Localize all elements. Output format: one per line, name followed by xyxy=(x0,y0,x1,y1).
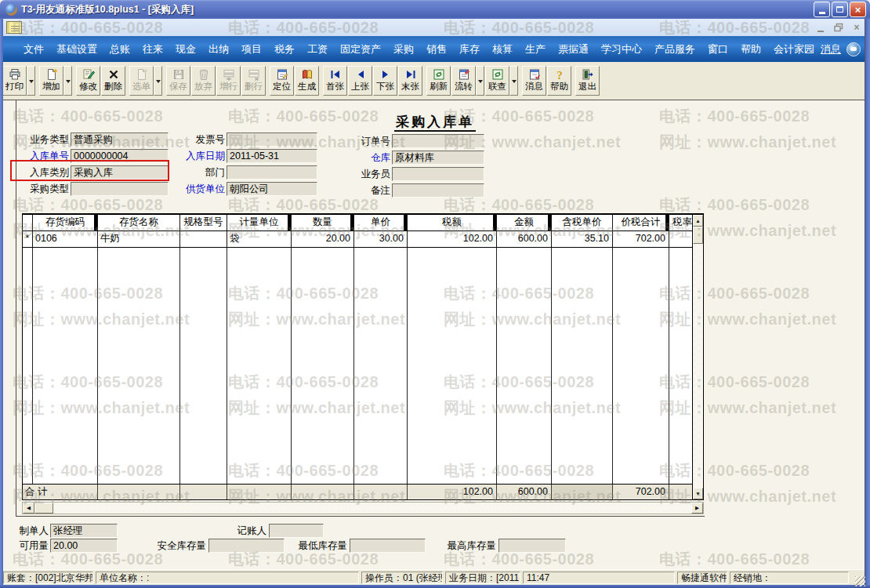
resize-grip[interactable] xyxy=(855,576,865,586)
grid-header-11[interactable]: 税率 xyxy=(669,215,692,230)
horizontal-scroll-thumb[interactable] xyxy=(34,503,53,514)
grid-cell-r0-c5[interactable]: 20.00 xyxy=(292,231,354,247)
toolbar-dropdown-print[interactable] xyxy=(27,66,35,96)
menu-item-16[interactable]: 学习中心 xyxy=(595,36,648,62)
menu-item-19[interactable]: 帮助 xyxy=(734,36,767,62)
field-ddh[interactable] xyxy=(392,134,484,148)
minimize-button[interactable] xyxy=(814,2,830,17)
scroll-left-button[interactable]: ◀ xyxy=(23,503,34,514)
menu-item-12[interactable]: 库存 xyxy=(453,36,486,62)
toolbar-button-delete[interactable]: 删除 xyxy=(101,66,125,96)
scroll-up-button[interactable]: ▲ xyxy=(693,215,703,227)
grid-header-9[interactable]: 含税单价 xyxy=(552,215,613,230)
grid-header-6[interactable]: 单价 xyxy=(354,215,408,230)
toolbar-button-last-bill[interactable]: 末张 xyxy=(398,66,422,96)
menu-item-13[interactable]: 核算 xyxy=(486,36,519,62)
mdi-minimize-button[interactable] xyxy=(815,23,826,32)
footer-field-zdkcl[interactable] xyxy=(350,539,426,553)
field-ghdw[interactable]: 朝阳公司 xyxy=(227,182,317,196)
toolbar-button-generate[interactable]: 生成 xyxy=(295,66,319,96)
menu-item-5[interactable]: 出纳 xyxy=(202,36,235,62)
menu-item-18[interactable]: 窗口 xyxy=(701,36,734,62)
toolbar-button-print[interactable]: 打印 xyxy=(2,66,27,96)
grid-cell-r0-c9[interactable]: 35.10 xyxy=(552,231,613,247)
field-rkrq[interactable]: 2011-05-31 xyxy=(227,149,317,163)
menu-item-15[interactable]: 票据通 xyxy=(552,36,595,62)
field-rklb[interactable]: 采购入库 xyxy=(71,165,169,180)
toolbar-button-locate[interactable]: 定位 xyxy=(270,66,294,96)
field-ywy[interactable] xyxy=(392,167,484,181)
grid-header-3[interactable]: 规格型号 xyxy=(180,215,227,230)
menu-item-8[interactable]: 工资 xyxy=(301,36,334,62)
grid-header-7[interactable]: 税额 xyxy=(408,215,497,230)
footer-field-jzr[interactable] xyxy=(269,524,324,538)
menu-item-17[interactable]: 产品服务 xyxy=(648,36,701,62)
close-button[interactable]: × xyxy=(850,2,866,17)
menu-item-10[interactable]: 采购 xyxy=(387,36,420,62)
grid-header-8[interactable]: 金额 xyxy=(497,215,552,230)
toolbar-button-flow[interactable]: 流转 xyxy=(451,66,476,96)
menu-item-3[interactable]: 往来 xyxy=(136,36,169,62)
footer-field-label-zdkcl: 最低库存量 xyxy=(281,539,347,553)
toolbar-dropdown-add[interactable] xyxy=(63,66,72,96)
grid-cell-r0-c2[interactable]: 牛奶 xyxy=(98,231,180,247)
field-rkdh[interactable]: 0000000004 xyxy=(71,149,169,163)
toolbar-button-help[interactable]: ?帮助 xyxy=(547,66,571,96)
grid-cell-r0-c7[interactable]: 102.00 xyxy=(408,231,497,247)
menu-item-20[interactable]: 会计家园 xyxy=(767,36,821,62)
toolbar-button-link-query[interactable]: 联查 xyxy=(485,66,509,96)
field-ywlx[interactable]: 普通采购 xyxy=(71,132,169,147)
menu-item-0[interactable]: 文件 xyxy=(17,36,50,62)
toolbar-button-first-bill[interactable]: 首张 xyxy=(323,66,347,96)
mdi-restore-button[interactable] xyxy=(833,23,844,32)
grid-header-1[interactable]: 存货编码 xyxy=(33,215,98,230)
message-link[interactable]: 消息 xyxy=(821,42,841,56)
grid-cell-r0-c11[interactable] xyxy=(669,231,692,247)
field-bz[interactable] xyxy=(392,183,484,198)
grid-vertical-scrollbar[interactable]: ▲ ▼ xyxy=(692,215,703,499)
grid-cell-r0-c8[interactable]: 600.00 xyxy=(497,231,552,247)
field-cglx[interactable] xyxy=(71,182,169,196)
toolbar-button-add[interactable]: 增加 xyxy=(39,66,63,96)
grid-header-2[interactable]: 存货名称 xyxy=(98,215,180,230)
menu-item-9[interactable]: 固定资产 xyxy=(334,36,387,62)
footer-field-kyl[interactable]: 20.00 xyxy=(50,539,118,553)
grid-cell-r0-c10[interactable]: 702.00 xyxy=(613,231,669,247)
menu-item-11[interactable]: 销售 xyxy=(420,36,453,62)
toolbar-dropdown-flow[interactable] xyxy=(476,66,484,96)
vertical-scroll-thumb[interactable] xyxy=(693,227,703,244)
toolbar-button-modify[interactable]: 修改 xyxy=(76,66,100,96)
menu-item-1[interactable]: 基础设置 xyxy=(50,36,103,62)
toolbar-button-prev-bill[interactable]: 上张 xyxy=(348,66,372,96)
grid-horizontal-scrollbar[interactable]: ◀ ▶ xyxy=(22,502,704,514)
toolbar-button-refresh[interactable]: 刷新 xyxy=(426,66,451,96)
menu-item-14[interactable]: 生产 xyxy=(519,36,552,62)
grid-cell-r0-c6[interactable]: 30.00 xyxy=(354,231,408,247)
menu-item-4[interactable]: 现金 xyxy=(169,36,202,62)
footer-field-aqkcl[interactable] xyxy=(208,539,285,553)
footer-field-zdr[interactable]: 张经理 xyxy=(50,524,118,538)
grid-cell-r0-c1[interactable]: 0106 xyxy=(33,231,98,247)
grid-header-5[interactable]: 数量 xyxy=(292,215,354,230)
grid-header-4[interactable]: 计量单位 xyxy=(227,215,292,230)
mdi-close-button[interactable]: × xyxy=(851,23,862,32)
toolbar-dropdown-link-query[interactable] xyxy=(509,66,518,96)
maximize-button[interactable] xyxy=(832,2,848,17)
grid-header-10[interactable]: 价税合计 xyxy=(613,215,669,230)
grid-cell-r0-c4[interactable]: 袋 xyxy=(227,231,292,247)
field-fph[interactable] xyxy=(227,132,317,147)
toolbar-button-next-bill[interactable]: 下张 xyxy=(373,66,397,96)
toolbar-button-message[interactable]: 消息 xyxy=(522,66,546,96)
scroll-down-button[interactable]: ▼ xyxy=(693,488,703,499)
menu-item-7[interactable]: 税务 xyxy=(268,36,301,62)
grid-cell-r0-c3[interactable] xyxy=(180,231,227,247)
grid-header-0[interactable] xyxy=(23,215,33,230)
footer-field-zgkcl[interactable] xyxy=(498,539,566,553)
scroll-right-button[interactable]: ▶ xyxy=(691,503,703,514)
field-bm[interactable] xyxy=(227,165,317,180)
menu-item-6[interactable]: 项目 xyxy=(235,36,268,62)
grid-cell-r0-c0[interactable]: * xyxy=(23,231,33,247)
menu-item-2[interactable]: 总账 xyxy=(103,36,136,62)
field-ck[interactable]: 原材料库 xyxy=(392,151,484,165)
toolbar-button-exit[interactable]: 退出 xyxy=(575,66,600,96)
